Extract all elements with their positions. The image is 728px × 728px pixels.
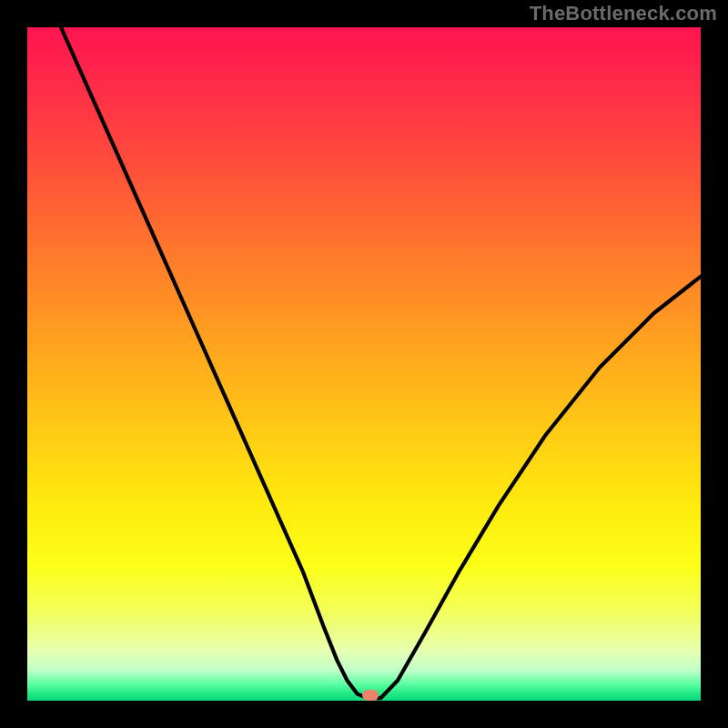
watermark-text: TheBottleneck.com xyxy=(530,2,717,25)
plot-area xyxy=(27,27,701,701)
bottleneck-curve xyxy=(61,27,701,698)
optimal-point-marker xyxy=(362,690,379,701)
curve-svg xyxy=(27,27,701,701)
chart-frame: TheBottleneck.com xyxy=(0,0,728,728)
